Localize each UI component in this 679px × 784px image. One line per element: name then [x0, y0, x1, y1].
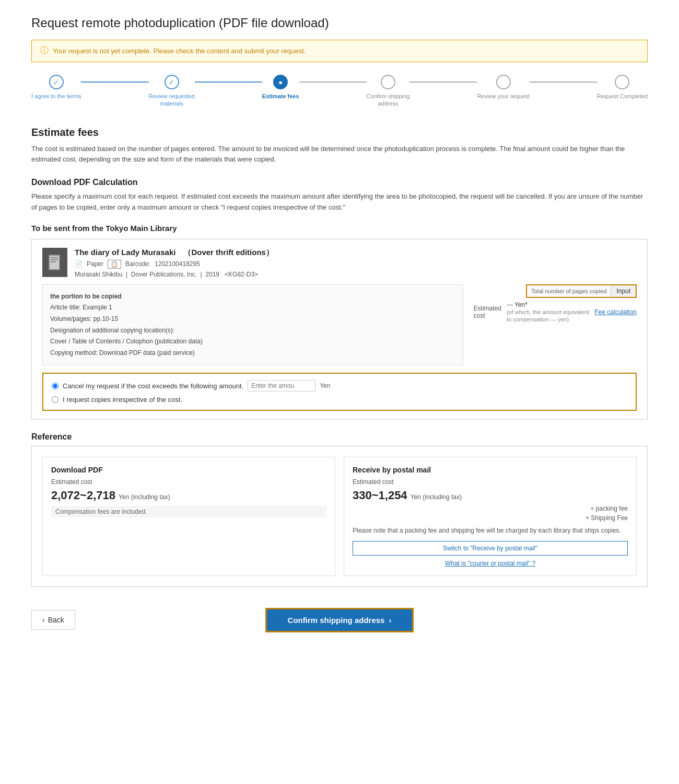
svg-rect-4 [51, 261, 56, 262]
cost-note: (of which, the amount equivalent to comp… [507, 309, 589, 322]
item-title: The diary of Lady Murasaki （Dover thrift… [75, 248, 637, 258]
ref-card-pdf-subtitle: Estimated cost [51, 478, 326, 486]
ref-card-pdf-title: Download PDF [51, 466, 326, 474]
alert-icon: ⓘ [40, 45, 49, 56]
step-label-agree: I agree to the terms [31, 93, 81, 100]
item-card: The diary of Lady Murasaki （Dover thrift… [31, 239, 648, 420]
alert-box: ⓘ Your request is not yet complete. Plea… [31, 40, 648, 62]
author: Murasaki Shikibu [75, 271, 122, 278]
ref-card-postal-mail: Receive by postal mail Estimated cost 33… [344, 457, 637, 576]
volume-pages-value: pp.10-15 [93, 315, 118, 322]
library-section-title: To be sent from the Tokyo Main Library [31, 224, 648, 233]
item-type: Paper [87, 260, 103, 268]
item-meta: 📄 Paper 📋 Barcode: 1202100418295 [75, 260, 637, 269]
cancel-option-2-label: I request copies irrespective of the cos… [63, 396, 182, 403]
cancel-amount-input[interactable] [248, 380, 315, 391]
cancel-section: Cancel my request if the cost exceeds th… [42, 373, 637, 411]
estimated-cost-value: --- Yen* (of which, the amount equivalen… [507, 301, 589, 323]
reference-cards: Download PDF Estimated cost 2,072~2,718 … [42, 457, 637, 576]
cancel-option-1-label: Cancel my request if the cost exceeds th… [63, 382, 243, 390]
year: 2019 [205, 271, 219, 278]
stepper: ✓ I agree to the terms ✓ Review requeste… [31, 75, 648, 108]
step-estimate: ● Estimate fees [262, 75, 299, 100]
total-pages-label: Total number of pages copied [527, 286, 611, 296]
barcode-value: 1202100418295 [155, 260, 200, 268]
step-circle-review: ✓ [165, 75, 179, 89]
reference-box: Download PDF Estimated cost 2,072~2,718 … [31, 446, 648, 587]
step-agree: ✓ I agree to the terms [31, 75, 81, 100]
step-confirm-shipping: Confirm shipping address [367, 75, 410, 108]
ref-card-extra-1: + packing fee [353, 505, 628, 512]
step-label-review: Review requested materials [149, 93, 195, 108]
svg-rect-2 [51, 257, 58, 258]
ref-card-postal-subtitle: Estimated cost [353, 478, 628, 486]
step-circle-estimate: ● [273, 75, 288, 89]
copy-section-label: the portion to be copied [50, 293, 122, 300]
pages-input-row: Total number of pages copied Input [526, 284, 637, 298]
back-chevron-icon: ‹ [42, 616, 45, 624]
step-label-confirm-shipping: Confirm shipping address [367, 93, 410, 108]
copying-method-value: Download PDF data (paid service) [99, 349, 195, 356]
cancel-option-2-radio[interactable] [52, 396, 58, 403]
connector-1 [81, 82, 148, 83]
switch-to-postal-btn[interactable]: Switch to "Receive by postal mail" [353, 541, 628, 556]
barcode-label: Barcode: [125, 260, 150, 268]
article-title-label: Article title: [50, 304, 81, 311]
svg-rect-3 [51, 259, 58, 260]
back-label: Back [48, 616, 64, 624]
item-info: The diary of Lady Murasaki （Dover thrift… [75, 248, 637, 278]
step-circle-agree: ✓ [49, 75, 64, 89]
step-review-request: Review your request [477, 75, 529, 100]
ref-card-extra-2: + Shipping Fee [353, 514, 628, 522]
step-circle-completed [615, 75, 629, 89]
barcode-badge: 📋 [108, 260, 121, 269]
connector-3 [299, 82, 367, 83]
reference-section: Reference Download PDF Estimated cost 2,… [31, 432, 648, 587]
ref-card-postal-desc: Please note that a packing fee and shipp… [353, 526, 628, 536]
subsection-title-pdf: Download PDF Calculation [31, 178, 648, 187]
alert-message: Your request is not yet complete. Please… [53, 47, 306, 55]
confirm-label: Confirm shipping address [288, 616, 385, 625]
page-title: Request remote photoduplication (PDF fil… [31, 16, 648, 30]
step-circle-confirm-shipping [381, 75, 395, 89]
fee-section: Total number of pages copied Input Estim… [474, 284, 637, 366]
ref-card-download-pdf: Download PDF Estimated cost 2,072~2,718 … [42, 457, 335, 576]
fee-calc-link[interactable]: Fee calculation [594, 308, 637, 316]
book-icon [42, 248, 67, 277]
step-circle-review-request [496, 75, 511, 89]
ref-card-pdf-note: Compensation fees are included. [51, 506, 326, 517]
ref-card-pdf-price: 2,072~2,718 Yen (including tax) [51, 489, 326, 502]
cancel-option-2-row: I request copies irrespective of the cos… [52, 396, 627, 403]
step-review: ✓ Review requested materials [149, 75, 195, 108]
courier-info-link[interactable]: What is "courier or postal mail" ? [353, 560, 628, 567]
copy-details-row: the portion to be copied Article title: … [42, 284, 637, 366]
estimated-cost-row: Estimated cost --- Yen* (of which, the a… [474, 301, 637, 323]
subsection-desc-pdf: Please specify a maximum cost for each r… [31, 191, 648, 213]
volume-pages-label: Volume/pages: [50, 315, 91, 322]
section-description: The cost is estimated based on the numbe… [31, 144, 648, 166]
section-title-estimate: Estimate fees [31, 126, 648, 139]
connector-2 [195, 82, 262, 83]
input-button[interactable]: Input [611, 285, 636, 297]
back-button[interactable]: ‹ Back [31, 610, 75, 630]
publisher: Dover Publications, Inc. [131, 271, 197, 278]
ref-card-postal-title: Receive by postal mail [353, 466, 628, 474]
estimated-cost-label: Estimated cost [474, 305, 501, 319]
additional-locations-label: Designation of additional copying locati… [50, 327, 174, 334]
step-label-completed: Request Completed [597, 93, 648, 100]
item-detail: Murasaki Shikibu | Dover Publications, I… [75, 271, 637, 278]
step-label-review-request: Review your request [477, 93, 529, 100]
connector-4 [409, 82, 477, 83]
ref-card-postal-price: 330~1,254 Yen (including tax) [353, 489, 628, 502]
bottom-nav: ‹ Back Confirm shipping address › [31, 608, 648, 632]
copying-method-label: Copying method: [50, 349, 98, 356]
step-completed: Request Completed [597, 75, 648, 100]
yen-unit-1: Yen [320, 382, 330, 389]
confirm-shipping-button[interactable]: Confirm shipping address › [265, 608, 414, 632]
confirm-chevron-icon: › [389, 616, 391, 625]
cancel-option-1-radio[interactable] [52, 383, 58, 389]
paper-icon: 📄 [75, 260, 83, 268]
cost-value: --- Yen* [507, 301, 528, 308]
cancel-option-1-row: Cancel my request if the cost exceeds th… [52, 380, 627, 391]
step-label-estimate: Estimate fees [262, 93, 299, 100]
